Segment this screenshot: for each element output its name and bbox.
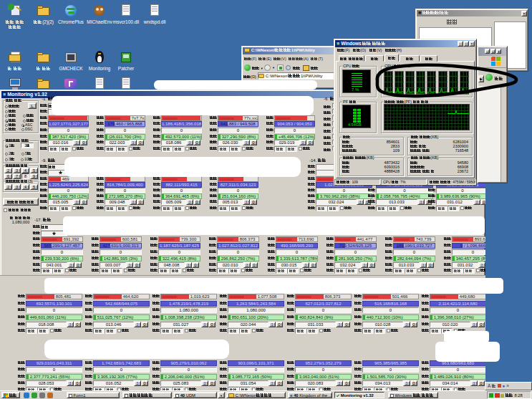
svg-text:7 %: 7 % [352, 87, 359, 92]
svg-text:4.54GB: 4.54GB [348, 122, 362, 127]
